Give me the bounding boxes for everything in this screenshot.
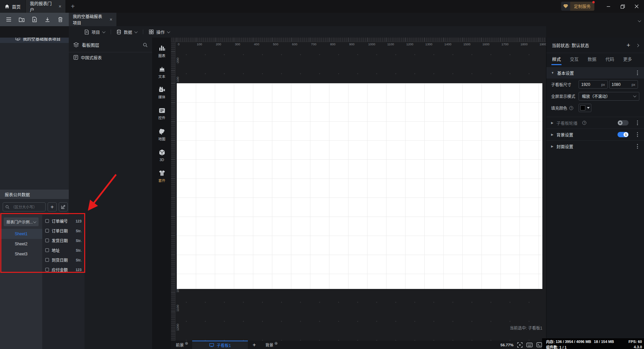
expand-states-button[interactable] xyxy=(636,43,639,48)
tab-home[interactable]: 首页 xyxy=(0,0,25,13)
menu-project[interactable]: 项目 xyxy=(79,29,111,35)
window-restore-button[interactable] xyxy=(616,1,629,11)
ruler-label: -100 xyxy=(175,64,180,83)
edit-pencil-icon xyxy=(61,205,65,209)
width-input[interactable]: 1920 px xyxy=(579,80,608,89)
menu-hamburger-button[interactable] xyxy=(4,15,13,24)
inspector-tab[interactable]: 更多 xyxy=(623,56,632,65)
media-icon xyxy=(159,87,165,93)
menu-data[interactable]: 数据 xyxy=(111,29,143,35)
datasource-dropdown[interactable]: 报表门户示例... xyxy=(4,217,39,226)
layer-item[interactable]: 中国式报表 xyxy=(69,52,152,62)
foreground-tab[interactable]: 前景 ⊕ xyxy=(171,341,191,349)
help-icon[interactable]: ? xyxy=(569,106,573,110)
field-checkbox[interactable] xyxy=(45,239,49,242)
custom-service-badge[interactable]: 定制服务 xyxy=(561,2,594,11)
inspector-tab[interactable]: 代码 xyxy=(605,56,614,65)
delete-button[interactable] xyxy=(56,15,65,24)
document-tab[interactable]: 我的空基础报表项目 × xyxy=(69,13,116,26)
current-selection-hint: 当前选中: 子看板1 xyxy=(510,325,542,331)
diamond-icon xyxy=(561,2,570,11)
field-item[interactable]: 订单日期 Str. xyxy=(42,226,85,236)
ruler-label: 400 xyxy=(253,42,272,46)
background-group-row[interactable]: ▶ 背景设置 1 xyxy=(546,129,644,140)
text-icon xyxy=(159,65,165,72)
background-tab[interactable]: 背景 ⊕ xyxy=(261,341,280,349)
component-map[interactable]: 地图 xyxy=(153,124,171,145)
component-kit[interactable]: 套件 xyxy=(153,166,171,187)
component-media[interactable]: 媒体 xyxy=(153,83,171,103)
search-input[interactable] xyxy=(11,205,42,209)
new-folder-button[interactable] xyxy=(17,15,26,24)
help-icon[interactable]: ? xyxy=(582,121,586,125)
sheet-item[interactable]: Sheet3 xyxy=(0,249,42,259)
field-item[interactable]: 到货日期 Str. xyxy=(42,255,85,265)
carousel-toggle-off[interactable] xyxy=(618,120,629,126)
ruler-label: 100 xyxy=(196,42,215,46)
inspector-tab[interactable]: 交互 xyxy=(570,56,579,65)
field-checkbox[interactable] xyxy=(45,219,49,223)
component-3d-label: 3D xyxy=(160,158,164,162)
basic-settings-header[interactable]: ▼ 基本设置 xyxy=(546,67,644,79)
component-chart[interactable]: 图表 xyxy=(153,41,171,62)
notification-dot xyxy=(592,1,595,3)
app-window: 首页 我的报表门户 × + 定制服务 xyxy=(0,0,644,349)
field-item[interactable]: 发货日期 Str. xyxy=(42,236,85,245)
height-input[interactable]: 1080 px xyxy=(609,80,638,89)
field-checkbox[interactable] xyxy=(45,268,49,271)
shortcut-keys-button[interactable] xyxy=(526,343,533,347)
sheet-item[interactable]: Sheet2 xyxy=(0,239,42,249)
add-dataset-button[interactable]: + xyxy=(48,202,57,211)
fit-screen-icon xyxy=(517,342,523,348)
new-file-button[interactable] xyxy=(30,15,39,24)
tab-portal-close-icon[interactable]: × xyxy=(59,4,61,9)
kebab-menu-icon[interactable] xyxy=(636,119,639,127)
subboard-tab-active[interactable]: 子看板1 xyxy=(192,341,248,349)
search-box[interactable] xyxy=(3,202,46,211)
kebab-menu-icon[interactable] xyxy=(636,69,639,77)
component-widget[interactable]: 控件 xyxy=(153,103,171,124)
inspector-tab[interactable]: 数据 xyxy=(588,56,596,65)
document-tab-close-icon[interactable]: × xyxy=(110,17,112,22)
menu-operation[interactable]: 操作 xyxy=(143,29,175,35)
console-button[interactable] xyxy=(536,342,542,347)
edit-dataset-button[interactable] xyxy=(59,202,68,211)
toggle-badge: 1 xyxy=(624,132,628,137)
import-button[interactable] xyxy=(43,15,52,24)
add-subboard-button[interactable]: + xyxy=(248,342,261,348)
fill-color-picker[interactable] xyxy=(579,104,591,112)
add-background-icon[interactable]: ⊕ xyxy=(274,341,278,346)
field-item[interactable]: 订单编号 123 xyxy=(42,216,85,226)
add-state-button[interactable]: + xyxy=(627,42,630,49)
field-checkbox[interactable] xyxy=(45,258,49,262)
new-tab-button[interactable]: + xyxy=(69,2,77,10)
field-item[interactable]: 应付金额 123 xyxy=(42,265,85,275)
add-foreground-icon[interactable]: ⊕ xyxy=(185,341,188,346)
file-toolbar xyxy=(0,13,69,26)
fullscreen-select[interactable]: 缩放（不滚动） xyxy=(579,92,639,101)
sheet-item[interactable]: Sheet1 xyxy=(0,229,42,239)
collapse-toolbar-button[interactable] xyxy=(638,17,641,23)
cover-group-row[interactable]: ▶ 封面设置 xyxy=(546,140,644,152)
component-text[interactable]: 文本 xyxy=(153,62,171,83)
inspector-tab[interactable]: 样式 xyxy=(552,56,561,65)
carousel-group-row[interactable]: ▶ 子看板轮播 ? xyxy=(546,117,644,129)
window-close-button[interactable] xyxy=(631,1,643,11)
ruler-label: -200 xyxy=(175,45,180,64)
design-canvas[interactable]: 0100200300400500600700800900100011001200… xyxy=(171,38,546,341)
bottom-right-cluster: 56.77% xyxy=(500,342,546,348)
component-3d[interactable]: 3D xyxy=(153,145,171,166)
chevron-down-icon xyxy=(633,94,637,97)
fit-screen-button[interactable] xyxy=(517,342,523,348)
window-minimize-button[interactable] xyxy=(602,1,614,11)
field-item[interactable]: 地址 Str. xyxy=(42,245,85,255)
field-checkbox[interactable] xyxy=(45,229,49,233)
close-icon xyxy=(635,4,639,8)
tab-portal[interactable]: 我的报表门户 × xyxy=(26,0,65,13)
background-toggle-on[interactable]: 1 xyxy=(618,132,629,137)
kebab-menu-icon[interactable] xyxy=(636,143,639,150)
kebab-menu-icon[interactable] xyxy=(636,131,639,138)
field-checkbox[interactable] xyxy=(45,248,49,252)
artboard[interactable] xyxy=(177,83,542,289)
layers-search-button[interactable] xyxy=(143,43,148,47)
